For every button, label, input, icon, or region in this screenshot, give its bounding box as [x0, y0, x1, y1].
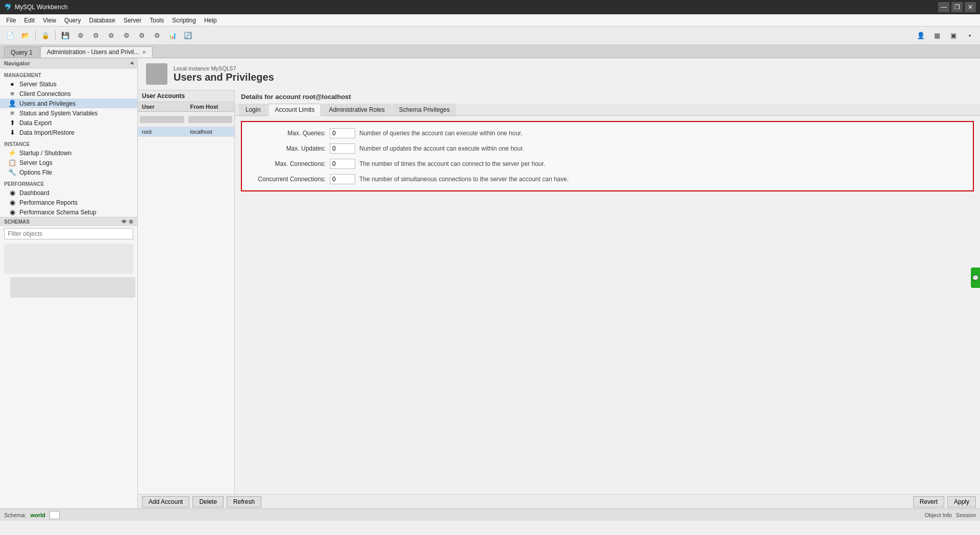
max-updates-input[interactable] [330, 143, 355, 154]
sidebar-item-perf-reports[interactable]: ◉ Performance Reports [0, 198, 137, 207]
menu-item-file[interactable]: File [2, 16, 20, 25]
toolbar-btn-11[interactable]: 📊 [165, 29, 180, 42]
toolbar-btn-7[interactable]: ⚙ [104, 29, 118, 42]
page-title: Users and Privileges [174, 71, 274, 83]
concurrent-connections-input[interactable] [330, 174, 355, 184]
management-section-title: MANAGEMENT [0, 70, 137, 79]
schemas-eye-icon[interactable]: 👁 [121, 219, 127, 225]
toolbar: 📄 📂 🔒 💾 ⚙ ⚙ ⚙ ⚙ ⚙ ⚙ 📊 🔄 👤 ▦ ▣ ▪ [0, 27, 980, 45]
details-panel: Details for account root@localhost Login… [235, 90, 980, 494]
server-logs-label: Server Logs [19, 159, 53, 166]
sidebar-item-users-privileges[interactable]: 👤 Users and Privileges [0, 99, 137, 108]
menu-item-tools[interactable]: Tools [145, 16, 168, 25]
navigator-label: Navigator [4, 60, 30, 66]
menu-item-query[interactable]: Query [60, 16, 85, 25]
session-link[interactable]: Session [956, 512, 976, 518]
filter-input[interactable] [4, 228, 133, 239]
limit-row-max-connections: Max. Connections: The number of times th… [248, 159, 967, 169]
tab-admin-roles[interactable]: Administrative Roles [322, 104, 391, 115]
tab-query1[interactable]: Query 1 [4, 46, 39, 58]
toolbar-btn-10[interactable]: ⚙ [150, 29, 164, 42]
titlebar-left: 🐬 MySQL Workbench [4, 4, 67, 11]
toolbar-sep-1 [35, 31, 36, 41]
account-host-cell: localhost [186, 127, 235, 136]
col-user: User [138, 102, 186, 111]
sidebar: Navigator ◂ MANAGEMENT ● Server Status ≡… [0, 58, 138, 508]
sidebar-item-client-connections[interactable]: ≡ Client Connections [0, 89, 137, 99]
users-icon: 👤 [8, 100, 16, 107]
tab-schema-privileges[interactable]: Schema Privileges [393, 104, 456, 115]
navigator-collapse-icon[interactable]: ◂ [130, 60, 133, 66]
schema-input[interactable] [50, 511, 60, 519]
menu-item-view[interactable]: View [39, 16, 60, 25]
toolbar-btn-12[interactable]: 🔄 [181, 29, 195, 42]
toolbar-btn-3[interactable]: 🔒 [38, 29, 53, 42]
content-area: Local instance MySQL57 Users and Privile… [138, 58, 980, 508]
page-header: Local instance MySQL57 Users and Privile… [138, 58, 980, 90]
col-host: From Host [186, 102, 235, 111]
sidebar-item-server-status[interactable]: ● Server Status [0, 79, 137, 89]
sidebar-item-options-file[interactable]: 🔧 Options File [0, 167, 137, 177]
performance-section-title: PERFORMANCE [0, 179, 137, 188]
refresh-button[interactable]: Refresh [227, 496, 261, 507]
apply-button[interactable]: Apply [947, 496, 976, 507]
toolbar-btn-6[interactable]: ⚙ [89, 29, 103, 42]
schema-item-2[interactable] [10, 277, 135, 298]
menu-item-server[interactable]: Server [119, 16, 145, 25]
account-row-root[interactable]: root localhost [138, 127, 234, 137]
sidebar-item-startup[interactable]: ⚡ Startup / Shutdown [0, 148, 137, 158]
max-queries-input[interactable] [330, 128, 355, 138]
schemas-config-icon[interactable]: ⚙ [129, 219, 133, 225]
sidebar-item-data-import[interactable]: ⬇ Data Import/Restore [0, 128, 137, 137]
menubar: FileEditViewQueryDatabaseServerToolsScri… [0, 14, 980, 27]
tab-login[interactable]: Login [239, 104, 267, 115]
tab-admin[interactable]: Administration - Users and Privil... ✕ [40, 46, 153, 58]
schema-item-1[interactable] [4, 244, 133, 274]
dashboard-icon: ◉ [8, 189, 16, 197]
limit-row-max-updates: Max. Updates: Number of updates the acco… [248, 143, 967, 154]
toolbar-btn-9[interactable]: ⚙ [135, 29, 149, 42]
schemas-header: SCHEMAS 👁 ⚙ [0, 217, 137, 226]
delete-button[interactable]: Delete [192, 496, 224, 507]
toolbar-view-3[interactable]: ▪ [963, 29, 977, 42]
svg-point-1 [151, 76, 163, 82]
tab-close-admin[interactable]: ✕ [142, 50, 146, 55]
toolbar-btn-8[interactable]: ⚙ [119, 29, 134, 42]
page-titles: Local instance MySQL57 Users and Privile… [174, 65, 274, 83]
menu-item-edit[interactable]: Edit [20, 16, 39, 25]
sidebar-item-status-variables[interactable]: ≡ Status and System Variables [0, 108, 137, 118]
toolbar-btn-5[interactable]: ⚙ [74, 29, 88, 42]
sidebar-item-data-export[interactable]: ⬆ Data Export [0, 118, 137, 128]
menu-item-help[interactable]: Help [200, 16, 221, 25]
menu-item-database[interactable]: Database [85, 16, 119, 25]
object-info-link[interactable]: Object Info [925, 512, 952, 518]
status-left: Schema: world [4, 511, 60, 519]
toolbar-open-btn[interactable]: 📂 [18, 29, 33, 42]
sidebar-item-server-logs[interactable]: 📋 Server Logs [0, 158, 137, 167]
startup-icon: ⚡ [8, 149, 16, 157]
limit-row-max-queries: Max. Queries: Number of queries the acco… [248, 128, 967, 138]
account-row-placeholder[interactable] [138, 112, 234, 127]
toolbar-view-2[interactable]: ▣ [946, 29, 961, 42]
main-content-area: User Accounts User From Host root localh… [138, 90, 980, 494]
minimize-button[interactable]: — [938, 2, 949, 12]
revert-button[interactable]: Revert [913, 496, 944, 507]
max-connections-desc: The number of times the account can conn… [359, 160, 545, 167]
toolbar-btn-4[interactable]: 💾 [58, 29, 72, 42]
chat-bubble[interactable]: 💬 [971, 268, 980, 288]
toolbar-layout-btn[interactable]: 👤 [914, 29, 928, 42]
tab-account-limits[interactable]: Account Limits [268, 104, 321, 116]
toolbar-view-1[interactable]: ▦ [930, 29, 944, 42]
details-header: Details for account root@localhost [235, 90, 980, 104]
sidebar-item-perf-schema[interactable]: ◉ Performance Schema Setup [0, 207, 137, 217]
max-connections-input[interactable] [330, 159, 355, 169]
sidebar-item-dashboard[interactable]: ◉ Dashboard [0, 188, 137, 198]
close-button[interactable]: ✕ [965, 2, 976, 12]
bottom-right-buttons: Revert Apply [913, 496, 976, 507]
toolbar-new-btn[interactable]: 📄 [3, 29, 17, 42]
add-account-button[interactable]: Add Account [142, 496, 189, 507]
account-user-cell: root [138, 127, 186, 136]
maximize-button[interactable]: ❐ [951, 2, 963, 12]
menu-item-scripting[interactable]: Scripting [168, 16, 200, 25]
navigator-header: Navigator ◂ [0, 58, 137, 68]
